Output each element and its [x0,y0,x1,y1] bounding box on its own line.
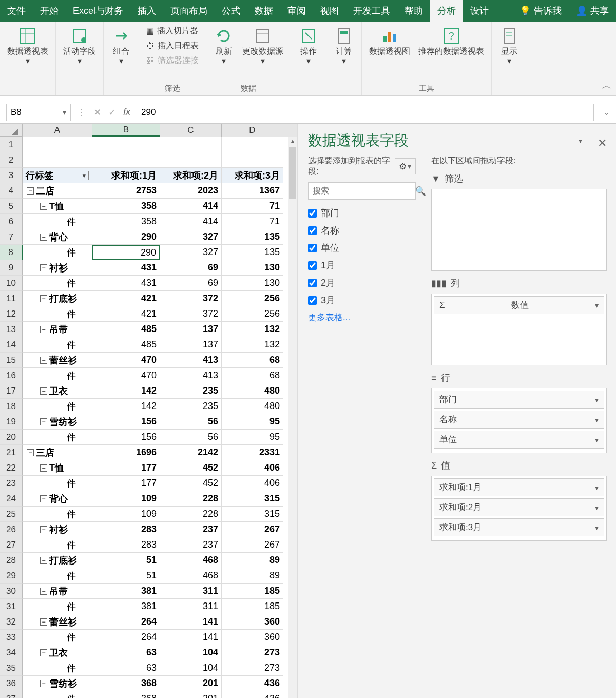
cell[interactable]: 68 [222,368,283,383]
cell[interactable]: 267 [222,522,283,537]
row-header[interactable]: 14 [0,337,23,353]
cell[interactable]: −吊带 [23,584,92,599]
row-header[interactable]: 10 [0,276,23,291]
operate-button[interactable]: 操作▾ [296,25,321,67]
cell[interactable]: 件 [23,599,92,614]
show-button[interactable]: 显示▾ [497,25,522,67]
row-header[interactable]: 16 [0,368,23,383]
search-input[interactable] [313,186,415,196]
cell[interactable]: 237 [160,522,222,537]
field-search[interactable]: 🔍 [308,182,416,200]
cell[interactable]: 135 [222,229,283,245]
cell[interactable]: −衬衫 [23,522,92,537]
cell[interactable] [160,152,222,168]
cell[interactable]: 件 [23,507,92,522]
columns-area[interactable]: Σ 数值▾ [431,294,607,365]
confirm-icon[interactable]: ✓ [108,107,116,118]
cell[interactable]: 470 [92,353,160,368]
row-header[interactable]: 12 [0,306,23,322]
cell[interactable] [23,152,92,168]
cell[interactable]: 件 [23,337,92,353]
cell[interactable]: 201 [160,676,222,691]
calc-button[interactable]: 计算▾ [332,25,356,67]
cell[interactable]: 414 [160,199,222,214]
cell[interactable]: 436 [222,691,283,698]
row-header[interactable]: 35 [0,660,23,676]
row-header[interactable]: 37 [0,691,23,698]
cell[interactable]: 51 [92,553,160,568]
cell[interactable]: 228 [160,491,222,507]
cell[interactable]: 95 [222,430,283,445]
row-header[interactable]: 4 [0,183,23,199]
area-item[interactable]: 部门▾ [434,391,604,409]
cell[interactable]: 311 [160,599,222,614]
cell[interactable]: 142 [92,383,160,399]
cell[interactable]: 468 [160,568,222,584]
cell[interactable]: 141 [160,630,222,645]
cell[interactable]: 235 [160,383,222,399]
active-field-button[interactable]: 活动字段▾ [61,25,98,67]
cell[interactable]: 360 [222,614,283,630]
collapse-icon[interactable]: − [40,680,47,687]
cell[interactable]: 件 [23,276,92,291]
cell[interactable]: 63 [92,645,160,660]
menu-tab-帮助[interactable]: 帮助 [397,0,430,22]
cell[interactable]: 2331 [222,445,283,460]
row-header[interactable]: 36 [0,676,23,691]
cell[interactable]: 452 [160,476,222,491]
collapse-icon[interactable]: − [40,418,47,425]
cell[interactable]: 470 [92,368,160,383]
field-checkbox-单位[interactable]: 单位 [308,242,416,254]
cell[interactable]: −雪纺衫 [23,676,92,691]
cell[interactable]: 104 [160,645,222,660]
cell[interactable]: 求和项:2月 [160,168,222,183]
pivot-chart-button[interactable]: 数据透视图 [367,25,412,57]
rows-area[interactable]: 部门▾名称▾单位▾ [431,388,607,453]
chevron-down-icon[interactable]: ▾ [595,436,599,444]
cell[interactable]: 件 [23,537,92,553]
cell[interactable]: 2753 [92,183,160,199]
pivot-table-button[interactable]: 数据透视表▾ [5,25,50,67]
tellme-button[interactable]: 💡 告诉我 [512,5,569,17]
menu-tab-数据[interactable]: 数据 [247,0,280,22]
cell[interactable]: 480 [222,383,283,399]
cell[interactable] [92,137,160,152]
row-header[interactable]: 1 [0,137,23,152]
row-header[interactable]: 33 [0,630,23,645]
row-header[interactable]: 21 [0,445,23,460]
cell[interactable]: 109 [92,491,160,507]
checkbox[interactable] [308,244,317,252]
cell[interactable]: 406 [222,460,283,476]
more-tables-link[interactable]: 更多表格... [308,312,416,323]
row-header[interactable]: 8 [0,245,23,260]
menu-tab-公式[interactable]: 公式 [215,0,247,22]
chevron-down-icon[interactable]: ▾ [595,301,599,309]
formula-input[interactable]: 290 [137,104,594,121]
row-header[interactable]: 3 [0,168,23,183]
cell[interactable]: −衬衫 [23,260,92,276]
row-header[interactable]: 22 [0,460,23,476]
cell[interactable]: −T恤 [23,460,92,476]
cell[interactable]: 件 [23,476,92,491]
collapse-icon[interactable]: − [40,264,47,271]
cell[interactable]: 137 [160,322,222,337]
cell[interactable]: 360 [222,630,283,645]
row-header[interactable]: 2 [0,152,23,168]
expand-formula-icon[interactable]: ⌄ [600,107,610,117]
row-header[interactable]: 34 [0,645,23,660]
cell[interactable]: −吊带 [23,322,92,337]
cell[interactable]: 436 [222,676,283,691]
collapse-icon[interactable]: − [40,326,47,333]
cancel-icon[interactable]: ✕ [93,107,101,118]
cell[interactable]: 71 [222,214,283,229]
row-header[interactable]: 26 [0,522,23,537]
collapse-icon[interactable]: − [40,526,47,533]
cell[interactable]: 件 [23,430,92,445]
cell[interactable]: 件 [23,691,92,698]
ribbon-collapse-icon[interactable]: ︿ [602,79,612,92]
gear-button[interactable]: ⚙▾ [395,158,416,174]
cell[interactable]: 368 [92,676,160,691]
chevron-down-icon[interactable]: ▾ [595,416,599,424]
chevron-down-icon[interactable]: ▾ [595,483,599,492]
cell[interactable]: 273 [222,645,283,660]
